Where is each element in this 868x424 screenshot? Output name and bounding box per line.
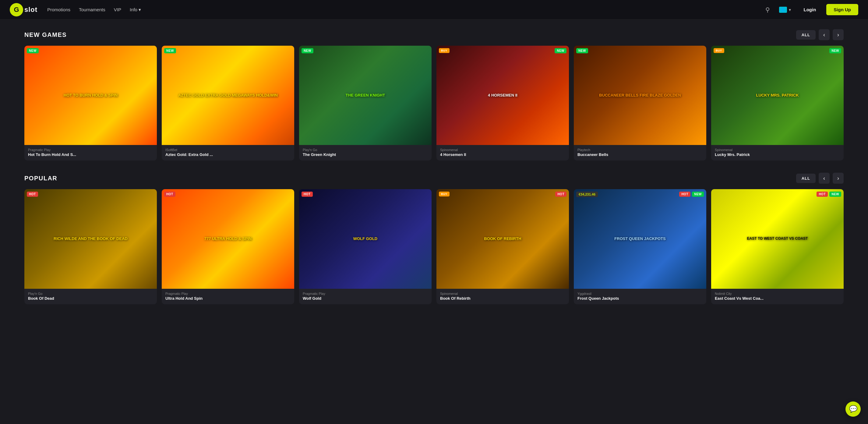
nav-vip[interactable]: VIP — [114, 7, 121, 12]
game-card-wolf-gold[interactable]: Wolf Gold HOT Pragmatic Play Wolf Gold — [299, 189, 432, 304]
game-thumbnail: Lucky Mrs. Patrick Buy NEW — [711, 46, 844, 145]
game-card-frost-queen[interactable]: Frost Queen Jackpots €34,231.46 HOT NEW … — [574, 189, 706, 304]
game-provider: Playtech — [578, 148, 703, 152]
nav-promotions[interactable]: Promotions — [47, 7, 70, 12]
game-visual-title: 4 Horsemen II — [487, 92, 519, 99]
signup-button[interactable]: Sign Up — [826, 4, 858, 15]
game-name: East Coast Vs West Coa... — [715, 296, 840, 301]
buy-badge: Buy — [439, 48, 450, 53]
game-thumbnail: Book of Rebirth Buy HOT — [436, 189, 569, 289]
game-card-book-dead[interactable]: Rich Wilde and the Book of Dead HOT Play… — [24, 189, 157, 304]
game-name: Ultra Hold And Spin — [165, 296, 290, 301]
game-provider: ISoftBet — [165, 148, 290, 152]
new-games-prev-button[interactable]: ‹ — [819, 29, 830, 40]
popular-all-button[interactable]: ALL — [796, 174, 816, 183]
chevron-right-icon: › — [837, 32, 839, 38]
game-provider: Play'n Go — [303, 148, 428, 152]
new-badge: NEW — [302, 48, 313, 53]
game-card-ultra-hold[interactable]: 777 Ultra Hold & Spin HOT Pragmatic Play… — [162, 189, 294, 304]
game-thumbnail: 4 Horsemen II Buy NEW — [436, 46, 569, 145]
chevron-right-icon: › — [837, 175, 839, 182]
nav-info-dropdown[interactable]: Info ▾ — [130, 7, 141, 12]
new-badge: NEW — [829, 191, 841, 197]
popular-controls: ALL ‹ › — [796, 173, 844, 184]
game-provider: Yggdrasil — [578, 292, 703, 296]
game-visual-title: 777 Ultra Hold & Spin — [203, 236, 253, 242]
hot-badge: HOT — [302, 191, 313, 197]
popular-next-button[interactable]: › — [833, 173, 844, 184]
game-info: Spinomenal 4 Horsemen II — [436, 145, 569, 160]
game-provider: Nolimit City — [715, 292, 840, 296]
game-card-buccaneer[interactable]: Buccaneer Bells Fire Blaze Golden NEW Pl… — [574, 46, 706, 160]
new-badge: NEW — [692, 191, 704, 197]
game-visual-title: Book of Rebirth — [483, 236, 522, 242]
game-thumbnail: Hot to Burn Hold & Spin NEW — [24, 46, 157, 145]
game-card-horsemen[interactable]: 4 Horsemen II Buy NEW Spinomenal 4 Horse… — [436, 46, 569, 160]
game-card-lucky-patrick[interactable]: Lucky Mrs. Patrick Buy NEW Spinomenal Lu… — [711, 46, 844, 160]
game-thumbnail: Buccaneer Bells Fire Blaze Golden NEW — [574, 46, 706, 145]
login-button[interactable]: Login — [798, 5, 822, 14]
header-right: ⚲ 🌐 ▾ Login Sign Up — [764, 4, 859, 15]
game-visual-title: Buccaneer Bells Fire Blaze Golden — [598, 92, 682, 99]
game-thumbnail: East to West Coast vs Coast HOT NEW — [711, 189, 844, 289]
lang-flag: 🌐 — [779, 7, 787, 13]
language-selector[interactable]: 🌐 ▾ — [777, 5, 794, 14]
chat-bubble[interactable]: 💬 — [845, 401, 861, 417]
new-games-all-button[interactable]: ALL — [796, 30, 816, 39]
new-games-section: NEW GAMES ALL ‹ › Hot to Burn Hold & Spi… — [24, 29, 844, 160]
game-visual-title: Wolf Gold — [352, 236, 378, 242]
popular-games-grid: Rich Wilde and the Book of Dead HOT Play… — [24, 189, 844, 304]
buy-badge: Buy — [439, 191, 450, 196]
chevron-down-icon: ▾ — [138, 7, 141, 12]
game-thumbnail: Rich Wilde and the Book of Dead HOT — [24, 189, 157, 289]
game-info: Pragmatic Play Hot To Burn Hold And S... — [24, 145, 157, 160]
game-card-aztec[interactable]: Aztec Gold Extra Gold Megaways Hold&Win … — [162, 46, 294, 160]
game-visual-title: Frost Queen Jackpots — [613, 236, 667, 242]
hot-badge: HOT — [27, 191, 38, 197]
game-thumbnail: Aztec Gold Extra Gold Megaways Hold&Win … — [162, 46, 294, 145]
game-thumbnail: Wolf Gold HOT — [299, 189, 432, 289]
game-provider: Pragmatic Play — [28, 148, 153, 152]
search-icon: ⚲ — [765, 6, 770, 13]
chevron-left-icon: ‹ — [823, 32, 825, 38]
game-provider: Spinomenal — [440, 148, 565, 152]
game-info: Play'n Go The Green Knight — [299, 145, 432, 160]
game-visual-title: Hot to Burn Hold & Spin — [62, 92, 119, 99]
game-info: Nolimit City East Coast Vs West Coa... — [711, 289, 844, 304]
hot-badge: HOT — [816, 191, 828, 197]
game-thumbnail: The Green Knight NEW — [299, 46, 432, 145]
game-name: Book Of Rebirth — [440, 296, 565, 301]
new-badge: NEW — [164, 48, 176, 53]
game-thumbnail: Frost Queen Jackpots €34,231.46 HOT NEW — [574, 189, 706, 289]
game-info: Spinomenal Lucky Mrs. Patrick — [711, 145, 844, 160]
hot-badge: HOT — [555, 191, 566, 197]
game-thumbnail: 777 Ultra Hold & Spin HOT — [162, 189, 294, 289]
new-badge: NEW — [829, 48, 841, 53]
hot-badge: HOT — [679, 191, 690, 197]
game-name: Frost Queen Jackpots — [578, 296, 703, 301]
new-badge: NEW — [27, 48, 39, 53]
logo[interactable]: G slot — [10, 3, 37, 17]
game-provider: Spinomenal — [440, 292, 565, 296]
search-button[interactable]: ⚲ — [764, 4, 772, 15]
game-info: Yggdrasil Frost Queen Jackpots — [574, 289, 706, 304]
buy-badge: Buy — [714, 48, 724, 53]
header: G slot Promotions Tournaments VIP Info ▾… — [0, 0, 868, 20]
game-info: Spinomenal Book Of Rebirth — [436, 289, 569, 304]
main-content: NEW GAMES ALL ‹ › Hot to Burn Hold & Spi… — [0, 20, 868, 326]
game-info: Pragmatic Play Ultra Hold And Spin — [162, 289, 294, 304]
game-card-book-rebirth[interactable]: Book of Rebirth Buy HOT Spinomenal Book … — [436, 189, 569, 304]
popular-prev-button[interactable]: ‹ — [819, 173, 830, 184]
chevron-left-icon: ‹ — [823, 175, 825, 182]
game-name: 4 Horsemen II — [440, 152, 565, 157]
new-games-next-button[interactable]: › — [833, 29, 844, 40]
game-card-hot-burn[interactable]: Hot to Burn Hold & Spin NEW Pragmatic Pl… — [24, 46, 157, 160]
game-name: Book Of Dead — [28, 296, 153, 301]
game-name: Wolf Gold — [303, 296, 428, 301]
nav-tournaments[interactable]: Tournaments — [79, 7, 105, 12]
game-info: Playtech Buccaneer Bells — [574, 145, 706, 160]
game-provider: Pragmatic Play — [303, 292, 428, 296]
game-card-green-knight[interactable]: The Green Knight NEW Play'n Go The Green… — [299, 46, 432, 160]
game-card-east-coast[interactable]: East to West Coast vs Coast HOT NEW Noli… — [711, 189, 844, 304]
popular-title: POPULAR — [24, 175, 57, 182]
